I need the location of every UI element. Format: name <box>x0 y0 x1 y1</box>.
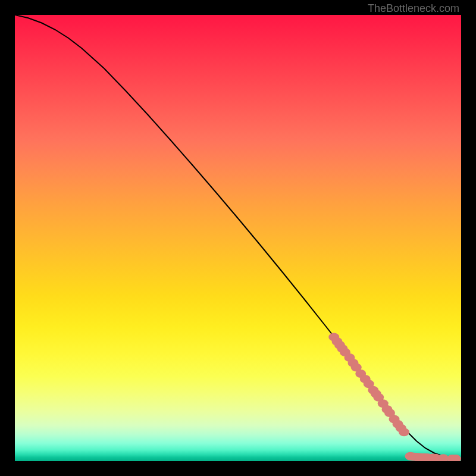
data-marker <box>399 428 409 436</box>
data-markers <box>328 333 461 462</box>
plot-area <box>15 15 461 461</box>
chart-container: TheBottleneck.com <box>0 0 476 476</box>
data-curve <box>15 15 461 459</box>
credit-label: TheBottleneck.com <box>368 2 459 15</box>
chart-svg <box>15 15 461 461</box>
